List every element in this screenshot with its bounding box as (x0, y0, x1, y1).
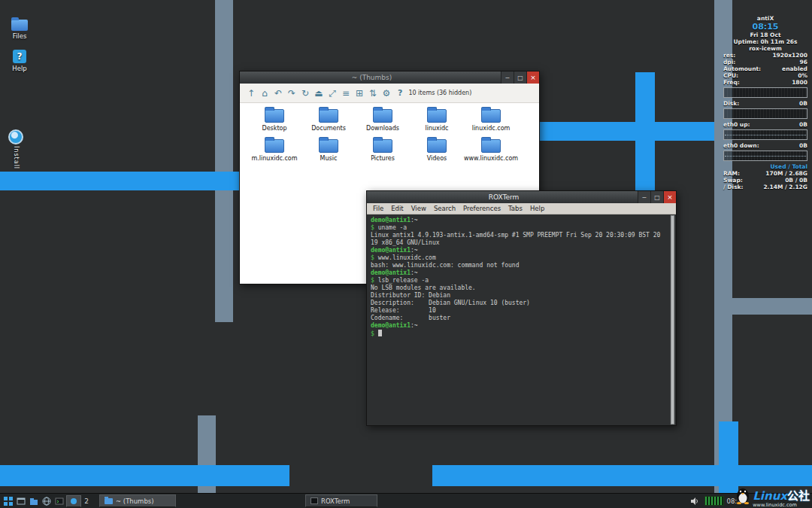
folder-label: linuxidc (410, 125, 464, 132)
filer-titlebar[interactable]: ~ (Thumbs) ─ □ × (240, 71, 539, 84)
desktop-icon-install[interactable]: Install (3, 129, 29, 169)
terminal-line: demo@antix1:~ (371, 217, 667, 224)
folder-label: Pictures (356, 155, 410, 162)
conky-value: enabled (782, 65, 807, 72)
filer-toolbar: ↑ ⌂ ↶ ↷ ↻ ⏏ ⤢ ≡ ⊞ ⇅ ⚙ ? 10 items (36 hid… (240, 84, 539, 103)
up-icon[interactable]: ↑ (244, 88, 258, 99)
conky-label: / Disk: (723, 184, 744, 190)
folder-item[interactable]: Documents (301, 109, 356, 139)
scrollbar-thumb[interactable] (671, 215, 674, 424)
watermark-brand-cn: 公社 (787, 489, 810, 503)
conky-label: CPU: (723, 72, 738, 79)
task-button-roxterm[interactable]: ROXTerm (305, 494, 377, 507)
folder-item[interactable]: linuxidc (410, 109, 464, 139)
close-button[interactable]: × (663, 191, 676, 203)
folder-item[interactable]: Downloads (356, 109, 410, 139)
maximize-button[interactable]: □ (514, 71, 526, 84)
folder-icon (427, 109, 447, 123)
menu-preferences[interactable]: Preferences (459, 205, 504, 212)
terminal-line: $ uname -a (371, 224, 667, 232)
task-button-thumbs[interactable]: ~ (Thumbs) (99, 494, 176, 507)
desktop-icon-help[interactable]: ? Help (5, 50, 35, 72)
files-shortcut-icon[interactable] (28, 495, 40, 507)
folder-label: Music (301, 155, 356, 162)
conky-row: Swap:0B / 0B (723, 177, 807, 184)
bg-bar (432, 465, 812, 486)
linuxidc-watermark: Linux公社 www.linuxidc.com (735, 486, 810, 507)
maximize-button[interactable]: □ (650, 191, 663, 203)
menu-edit[interactable]: Edit (387, 205, 407, 212)
conky-label: Swap: (723, 177, 743, 184)
web-browser-icon[interactable] (41, 495, 53, 507)
resize-icon[interactable]: ⤢ (326, 88, 339, 99)
workspace-1-button[interactable] (66, 495, 81, 507)
conky-value: 1920x1200 (772, 52, 807, 59)
conky-label: Freq: (723, 79, 740, 86)
folder-label: www.linuxidc.com (464, 155, 518, 162)
conky-value: 2.14M / 2.12G (763, 184, 807, 190)
conky-monitor: antiX 08:15 Fri 18 Oct Uptime: 0h 11m 26… (723, 15, 807, 190)
menu-tabs[interactable]: Tabs (504, 205, 526, 212)
prompt-path: :~ (411, 217, 418, 224)
cpu-monitor-applet[interactable] (704, 496, 724, 506)
thumbnail-view-icon[interactable]: ⊞ (353, 88, 366, 99)
folder-icon (481, 109, 501, 123)
installer-icon (8, 129, 23, 144)
close-button[interactable]: × (526, 71, 539, 84)
folder-icon (105, 498, 113, 504)
menu-file[interactable]: File (369, 205, 387, 212)
desktop-icon-files[interactable]: Files (5, 20, 35, 40)
folder-item[interactable]: Pictures (356, 139, 410, 169)
folder-label: Videos (410, 155, 464, 162)
terminal-line: Description: Debian GNU/Linux 10 (buster… (371, 300, 667, 307)
menu-help[interactable]: Help (526, 205, 548, 212)
folder-icon (427, 139, 447, 153)
conky-row: Automount:enabled (723, 65, 807, 72)
roxterm-titlebar[interactable]: ROXTerm ─ □ × (367, 191, 676, 203)
folder-icon (265, 139, 284, 153)
terminal-shortcut-icon[interactable] (53, 495, 65, 507)
folder-item[interactable]: linuxidc.com (464, 109, 518, 139)
volume-icon[interactable] (689, 495, 701, 507)
folder-item[interactable]: Music (301, 139, 356, 169)
terminal-line: $ www.linuxidc.com (371, 254, 667, 262)
conky-row: CPU:0% (723, 72, 807, 79)
forward-icon[interactable]: ↷ (285, 88, 298, 99)
refresh-icon[interactable]: ↻ (298, 88, 312, 99)
terminal-line: Codename: buster (371, 315, 667, 322)
conky-row: RAM:170M / 2.68G (723, 170, 807, 177)
sort-icon[interactable]: ⇅ (366, 88, 380, 99)
command-text: lsb_release -a (378, 277, 429, 284)
settings-icon[interactable]: ⚙ (380, 88, 393, 99)
folder-item[interactable]: www.linuxidc.com (464, 139, 518, 169)
folder-item[interactable]: Videos (410, 139, 464, 169)
folder-icon (319, 139, 338, 153)
menu-view[interactable]: View (408, 205, 430, 212)
minimize-button[interactable]: ─ (501, 71, 514, 84)
desktop: Files ? Help Install antiX 08:15 Fri 18 … (0, 0, 812, 508)
list-view-icon[interactable]: ≡ (339, 88, 353, 99)
workspace-2-button[interactable]: 2 (81, 495, 92, 507)
terminal-scrollbar[interactable] (670, 215, 675, 424)
bg-bar (215, 0, 233, 322)
window-list-icon[interactable] (15, 495, 27, 507)
home-icon[interactable]: ⌂ (258, 88, 271, 99)
folder-item[interactable]: Desktop (247, 109, 301, 139)
filer-help-icon[interactable]: ? (398, 88, 402, 98)
conky-value: 0B / 0B (785, 177, 807, 184)
menu-search[interactable]: Search (430, 205, 459, 212)
folder-item[interactable]: m.linuxidc.com (247, 139, 301, 169)
conky-label: eth0 up: (723, 121, 750, 128)
conky-host: antiX (723, 15, 807, 22)
back-icon[interactable]: ↶ (271, 88, 285, 99)
minimize-button[interactable]: ─ (638, 191, 650, 203)
conky-value: 0% (798, 72, 807, 79)
terminal-output-area[interactable]: demo@antix1:~ $ uname -a Linux antix1 4.… (367, 214, 676, 425)
eject-icon[interactable]: ⏏ (312, 88, 326, 99)
terminal-line: $ (371, 330, 667, 338)
prompt-user: demo@antix1 (371, 322, 411, 329)
prompt-dollar: $ (371, 277, 378, 284)
conky-label: eth0 down: (723, 142, 759, 149)
start-menu-icon[interactable] (2, 495, 14, 507)
bg-bar (0, 465, 289, 486)
